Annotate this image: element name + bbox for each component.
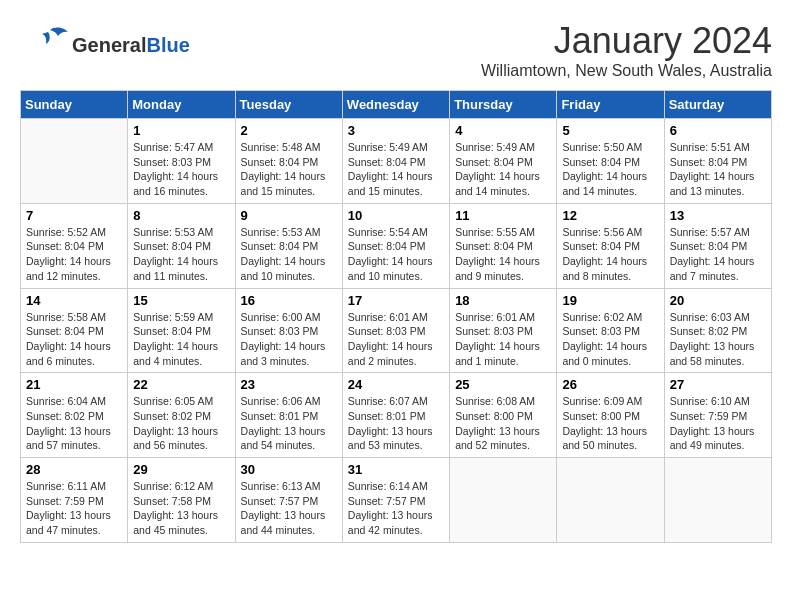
day-info: Sunrise: 5:49 AMSunset: 8:04 PMDaylight:… bbox=[455, 140, 551, 199]
day-cell: 23Sunrise: 6:06 AMSunset: 8:01 PMDayligh… bbox=[235, 373, 342, 458]
day-number: 28 bbox=[26, 462, 122, 477]
logo-icon bbox=[20, 20, 70, 70]
day-info: Sunrise: 5:55 AMSunset: 8:04 PMDaylight:… bbox=[455, 225, 551, 284]
title-block: January 2024 Williamtown, New South Wale… bbox=[481, 20, 772, 80]
day-number: 23 bbox=[241, 377, 337, 392]
day-cell: 20Sunrise: 6:03 AMSunset: 8:02 PMDayligh… bbox=[664, 288, 771, 373]
header-cell-wednesday: Wednesday bbox=[342, 91, 449, 119]
day-cell: 25Sunrise: 6:08 AMSunset: 8:00 PMDayligh… bbox=[450, 373, 557, 458]
day-number: 5 bbox=[562, 123, 658, 138]
logo-general: General bbox=[72, 34, 146, 56]
day-number: 8 bbox=[133, 208, 229, 223]
day-cell: 28Sunrise: 6:11 AMSunset: 7:59 PMDayligh… bbox=[21, 458, 128, 543]
calendar-table: SundayMondayTuesdayWednesdayThursdayFrid… bbox=[20, 90, 772, 543]
logo: GeneralBlue bbox=[20, 20, 190, 70]
day-info: Sunrise: 5:57 AMSunset: 8:04 PMDaylight:… bbox=[670, 225, 766, 284]
day-cell: 18Sunrise: 6:01 AMSunset: 8:03 PMDayligh… bbox=[450, 288, 557, 373]
day-info: Sunrise: 6:00 AMSunset: 8:03 PMDaylight:… bbox=[241, 310, 337, 369]
day-cell: 7Sunrise: 5:52 AMSunset: 8:04 PMDaylight… bbox=[21, 203, 128, 288]
day-info: Sunrise: 6:13 AMSunset: 7:57 PMDaylight:… bbox=[241, 479, 337, 538]
day-number: 31 bbox=[348, 462, 444, 477]
header-cell-tuesday: Tuesday bbox=[235, 91, 342, 119]
day-info: Sunrise: 5:56 AMSunset: 8:04 PMDaylight:… bbox=[562, 225, 658, 284]
calendar-title: January 2024 bbox=[481, 20, 772, 62]
day-number: 12 bbox=[562, 208, 658, 223]
day-number: 18 bbox=[455, 293, 551, 308]
day-number: 25 bbox=[455, 377, 551, 392]
day-cell: 15Sunrise: 5:59 AMSunset: 8:04 PMDayligh… bbox=[128, 288, 235, 373]
day-info: Sunrise: 5:53 AMSunset: 8:04 PMDaylight:… bbox=[241, 225, 337, 284]
day-info: Sunrise: 6:01 AMSunset: 8:03 PMDaylight:… bbox=[348, 310, 444, 369]
day-number: 26 bbox=[562, 377, 658, 392]
day-number: 24 bbox=[348, 377, 444, 392]
day-info: Sunrise: 6:11 AMSunset: 7:59 PMDaylight:… bbox=[26, 479, 122, 538]
day-number: 15 bbox=[133, 293, 229, 308]
day-number: 13 bbox=[670, 208, 766, 223]
page-header: GeneralBlue January 2024 Williamtown, Ne… bbox=[20, 20, 772, 80]
day-cell bbox=[557, 458, 664, 543]
day-cell: 27Sunrise: 6:10 AMSunset: 7:59 PMDayligh… bbox=[664, 373, 771, 458]
day-cell: 26Sunrise: 6:09 AMSunset: 8:00 PMDayligh… bbox=[557, 373, 664, 458]
day-cell: 29Sunrise: 6:12 AMSunset: 7:58 PMDayligh… bbox=[128, 458, 235, 543]
day-info: Sunrise: 6:07 AMSunset: 8:01 PMDaylight:… bbox=[348, 394, 444, 453]
day-cell: 24Sunrise: 6:07 AMSunset: 8:01 PMDayligh… bbox=[342, 373, 449, 458]
day-info: Sunrise: 6:01 AMSunset: 8:03 PMDaylight:… bbox=[455, 310, 551, 369]
week-row-4: 21Sunrise: 6:04 AMSunset: 8:02 PMDayligh… bbox=[21, 373, 772, 458]
day-cell: 10Sunrise: 5:54 AMSunset: 8:04 PMDayligh… bbox=[342, 203, 449, 288]
day-cell: 14Sunrise: 5:58 AMSunset: 8:04 PMDayligh… bbox=[21, 288, 128, 373]
day-cell bbox=[450, 458, 557, 543]
day-cell: 8Sunrise: 5:53 AMSunset: 8:04 PMDaylight… bbox=[128, 203, 235, 288]
day-number: 30 bbox=[241, 462, 337, 477]
day-number: 14 bbox=[26, 293, 122, 308]
day-number: 20 bbox=[670, 293, 766, 308]
day-cell: 16Sunrise: 6:00 AMSunset: 8:03 PMDayligh… bbox=[235, 288, 342, 373]
day-number: 1 bbox=[133, 123, 229, 138]
day-number: 19 bbox=[562, 293, 658, 308]
day-cell: 1Sunrise: 5:47 AMSunset: 8:03 PMDaylight… bbox=[128, 119, 235, 204]
day-info: Sunrise: 5:53 AMSunset: 8:04 PMDaylight:… bbox=[133, 225, 229, 284]
logo-blue: Blue bbox=[146, 34, 189, 56]
day-cell: 13Sunrise: 5:57 AMSunset: 8:04 PMDayligh… bbox=[664, 203, 771, 288]
calendar-subtitle: Williamtown, New South Wales, Australia bbox=[481, 62, 772, 80]
day-number: 21 bbox=[26, 377, 122, 392]
day-info: Sunrise: 6:14 AMSunset: 7:57 PMDaylight:… bbox=[348, 479, 444, 538]
day-info: Sunrise: 5:48 AMSunset: 8:04 PMDaylight:… bbox=[241, 140, 337, 199]
day-number: 4 bbox=[455, 123, 551, 138]
day-number: 22 bbox=[133, 377, 229, 392]
day-number: 3 bbox=[348, 123, 444, 138]
day-info: Sunrise: 6:06 AMSunset: 8:01 PMDaylight:… bbox=[241, 394, 337, 453]
logo-text: GeneralBlue bbox=[72, 34, 190, 56]
day-info: Sunrise: 5:52 AMSunset: 8:04 PMDaylight:… bbox=[26, 225, 122, 284]
day-number: 16 bbox=[241, 293, 337, 308]
week-row-3: 14Sunrise: 5:58 AMSunset: 8:04 PMDayligh… bbox=[21, 288, 772, 373]
header-cell-saturday: Saturday bbox=[664, 91, 771, 119]
day-info: Sunrise: 6:09 AMSunset: 8:00 PMDaylight:… bbox=[562, 394, 658, 453]
day-info: Sunrise: 6:05 AMSunset: 8:02 PMDaylight:… bbox=[133, 394, 229, 453]
header-cell-thursday: Thursday bbox=[450, 91, 557, 119]
day-cell: 3Sunrise: 5:49 AMSunset: 8:04 PMDaylight… bbox=[342, 119, 449, 204]
day-cell: 5Sunrise: 5:50 AMSunset: 8:04 PMDaylight… bbox=[557, 119, 664, 204]
day-cell: 11Sunrise: 5:55 AMSunset: 8:04 PMDayligh… bbox=[450, 203, 557, 288]
day-cell: 6Sunrise: 5:51 AMSunset: 8:04 PMDaylight… bbox=[664, 119, 771, 204]
day-info: Sunrise: 6:08 AMSunset: 8:00 PMDaylight:… bbox=[455, 394, 551, 453]
day-number: 2 bbox=[241, 123, 337, 138]
day-info: Sunrise: 5:54 AMSunset: 8:04 PMDaylight:… bbox=[348, 225, 444, 284]
day-number: 9 bbox=[241, 208, 337, 223]
week-row-5: 28Sunrise: 6:11 AMSunset: 7:59 PMDayligh… bbox=[21, 458, 772, 543]
day-cell: 4Sunrise: 5:49 AMSunset: 8:04 PMDaylight… bbox=[450, 119, 557, 204]
day-cell: 30Sunrise: 6:13 AMSunset: 7:57 PMDayligh… bbox=[235, 458, 342, 543]
day-cell: 2Sunrise: 5:48 AMSunset: 8:04 PMDaylight… bbox=[235, 119, 342, 204]
header-row: SundayMondayTuesdayWednesdayThursdayFrid… bbox=[21, 91, 772, 119]
day-info: Sunrise: 5:51 AMSunset: 8:04 PMDaylight:… bbox=[670, 140, 766, 199]
day-info: Sunrise: 6:12 AMSunset: 7:58 PMDaylight:… bbox=[133, 479, 229, 538]
day-number: 10 bbox=[348, 208, 444, 223]
day-info: Sunrise: 5:59 AMSunset: 8:04 PMDaylight:… bbox=[133, 310, 229, 369]
day-cell: 22Sunrise: 6:05 AMSunset: 8:02 PMDayligh… bbox=[128, 373, 235, 458]
day-cell: 17Sunrise: 6:01 AMSunset: 8:03 PMDayligh… bbox=[342, 288, 449, 373]
day-number: 7 bbox=[26, 208, 122, 223]
day-cell: 31Sunrise: 6:14 AMSunset: 7:57 PMDayligh… bbox=[342, 458, 449, 543]
day-info: Sunrise: 6:02 AMSunset: 8:03 PMDaylight:… bbox=[562, 310, 658, 369]
day-cell: 9Sunrise: 5:53 AMSunset: 8:04 PMDaylight… bbox=[235, 203, 342, 288]
day-info: Sunrise: 6:03 AMSunset: 8:02 PMDaylight:… bbox=[670, 310, 766, 369]
day-number: 29 bbox=[133, 462, 229, 477]
